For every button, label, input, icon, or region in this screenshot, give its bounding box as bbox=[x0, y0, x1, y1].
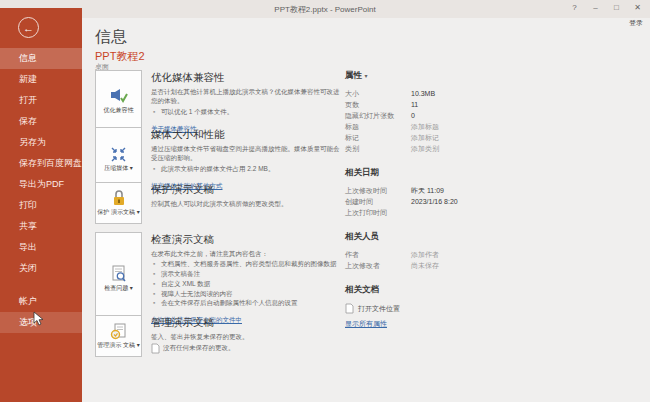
bullet-item: 视障人士无法阅读的内容 bbox=[151, 289, 337, 299]
property-row-hidden-slides: 隐藏幻灯片张数 0 bbox=[345, 110, 635, 121]
section-title: 媒体大小和性能 bbox=[151, 128, 345, 142]
documents-header: 相关文档 bbox=[345, 284, 635, 296]
sidebar-item-export[interactable]: 导出 bbox=[0, 237, 82, 258]
section-title: 保护演示文稿 bbox=[151, 183, 288, 197]
section-protect: 保护 演示文稿 ▾ 保护演示文稿 控制其他人可以对此演示文稿所做的更改类型。 bbox=[95, 182, 345, 224]
bullet-item: 会在文件保存后自动删除属性和个人信息的设置 bbox=[151, 298, 337, 308]
close-button[interactable]: ✕ bbox=[629, 1, 646, 14]
section-inspect: 检查问题 ▾ 检查演示文稿 在发布此文件之前，请注意其内容包含： 文档属性、文档… bbox=[95, 232, 345, 326]
button-label: 压缩媒体 ▾ bbox=[104, 165, 133, 173]
section-manage: 管理演示 文稿 ▾ 管理演示文稿 签入、签出并恢复未保存的更改。 没有任何未保存… bbox=[95, 315, 345, 357]
section-desc: 通过压缩媒体文件节省磁盘空间并提高播放性能。媒体质量可能会受压缩的影响。 bbox=[151, 144, 345, 163]
bullet-item: 文档属性、文档服务器属性、内容类型信息和裁剪的图像数据 bbox=[151, 259, 337, 269]
properties-panel: 属性 ▾ 大小 10.3MB 页数 11 隐藏幻灯片张数 0 标题 添加标题 标… bbox=[345, 70, 635, 331]
button-label: 保护 演示文稿 ▾ bbox=[97, 209, 139, 217]
sidebar-item-save-to-netdisk[interactable]: 保存到百度网盘 bbox=[0, 153, 82, 174]
maximize-button[interactable]: □ bbox=[608, 1, 625, 14]
titlebar: PPT教程2.pptx - PowerPoint bbox=[0, 0, 650, 18]
property-row-tags: 标记 添加标记 bbox=[345, 132, 635, 143]
people-row-last-modified-by: 上次修改者 尚未保存 bbox=[345, 260, 635, 271]
backstage-sidebar: ← 信息 新建 打开 保存 另存为 保存到百度网盘 导出为PDF 打印 共享 导… bbox=[0, 8, 82, 402]
date-row-created: 创建时间 2023/1/16 8:20 bbox=[345, 196, 635, 207]
folder-icon bbox=[345, 303, 354, 314]
media-compatibility-icon bbox=[110, 89, 128, 105]
compress-media-icon bbox=[110, 146, 127, 163]
sidebar-item-open[interactable]: 打开 bbox=[0, 90, 82, 111]
bullet-item: 可以优化 1 个媒体文件。 bbox=[151, 107, 345, 117]
date-row-printed: 上次打印时间 bbox=[345, 207, 635, 218]
section-title: 管理演示文稿 bbox=[151, 316, 249, 330]
back-button[interactable]: ← bbox=[18, 17, 39, 38]
page-title: 信息 bbox=[95, 27, 127, 48]
add-tags-field[interactable]: 添加标记 bbox=[411, 132, 439, 143]
inspect-document-icon bbox=[111, 265, 127, 283]
section-desc: 控制其他人可以对此演示文稿所做的更改类型。 bbox=[151, 199, 288, 208]
mouse-cursor-icon bbox=[33, 311, 44, 326]
people-row-author: 作者 添加作者 bbox=[345, 249, 635, 260]
section-desc: 在发布此文件之前，请注意其内容包含： bbox=[151, 249, 337, 258]
chevron-down-icon: ▾ bbox=[364, 73, 367, 79]
dates-header: 相关日期 bbox=[345, 167, 635, 179]
sidebar-item-share[interactable]: 共享 bbox=[0, 216, 82, 237]
sidebar-item-print[interactable]: 打印 bbox=[0, 195, 82, 216]
property-row-categories: 类别 添加类别 bbox=[345, 143, 635, 154]
section-title: 检查演示文稿 bbox=[151, 233, 337, 247]
section-title: 优化媒体兼容性 bbox=[151, 71, 345, 85]
sidebar-item-new[interactable]: 新建 bbox=[0, 69, 82, 90]
check-for-issues-button[interactable]: 检查问题 ▾ bbox=[95, 232, 142, 326]
open-file-location-link[interactable]: 打开文件位置 bbox=[345, 302, 635, 315]
section-media-compatibility: 优化兼容性 优化媒体兼容性 是否计划在其他计算机上播放此演示文稿？优化媒体兼容性… bbox=[95, 70, 345, 135]
section-desc: 是否计划在其他计算机上播放此演示文稿？优化媒体兼容性可改进您的体验。 bbox=[151, 87, 345, 106]
property-row-pages: 页数 11 bbox=[345, 99, 635, 110]
property-row-title: 标题 添加标题 bbox=[345, 121, 635, 132]
bullet-item: 此演示文稿中的媒体文件占用 2.2 MB。 bbox=[151, 164, 345, 174]
bullet-item: 演示文稿备注 bbox=[151, 269, 337, 279]
window-title: PPT教程2.pptx - PowerPoint bbox=[0, 4, 650, 15]
document-note-icon bbox=[151, 343, 160, 354]
add-author-field[interactable]: 添加作者 bbox=[411, 249, 439, 260]
manage-document-icon bbox=[110, 323, 127, 340]
sidebar-item-close[interactable]: 关闭 bbox=[0, 258, 82, 279]
window-controls: ? – □ ✕ bbox=[566, 1, 646, 14]
show-all-properties-link[interactable]: 显示所有属性 bbox=[345, 317, 387, 331]
property-row-size: 大小 10.3MB bbox=[345, 88, 635, 99]
sidebar-item-info[interactable]: 信息 bbox=[0, 48, 82, 69]
unsaved-changes-note: 没有任何未保存的更改。 bbox=[163, 344, 235, 353]
protect-presentation-button[interactable]: 保护 演示文稿 ▾ bbox=[95, 182, 142, 224]
minimize-button[interactable]: – bbox=[587, 1, 604, 14]
button-label: 优化兼容性 bbox=[104, 107, 134, 115]
sidebar-item-save-as[interactable]: 另存为 bbox=[0, 132, 82, 153]
sign-in-link[interactable]: 登录 bbox=[629, 18, 643, 28]
date-row-modified: 上次修改时间 昨天 11:09 bbox=[345, 185, 635, 196]
sidebar-item-save[interactable]: 保存 bbox=[0, 111, 82, 132]
sidebar-item-account[interactable]: 帐户 bbox=[0, 291, 82, 312]
button-label: 管理演示 文稿 ▾ bbox=[97, 342, 139, 350]
sidebar-item-export-pdf[interactable]: 导出为PDF bbox=[0, 174, 82, 195]
info-page: 信息 PPT教程2 桌面 优化兼容性 优化媒体兼容性 是否计划在其他计算机上播放… bbox=[82, 18, 650, 402]
help-button[interactable]: ? bbox=[566, 1, 583, 14]
manage-presentation-button[interactable]: 管理演示 文稿 ▾ bbox=[95, 315, 142, 357]
people-header: 相关人员 bbox=[345, 231, 635, 243]
add-category-field[interactable]: 添加类别 bbox=[411, 143, 439, 154]
lock-icon bbox=[111, 190, 127, 207]
section-desc: 签入、签出并恢复未保存的更改。 bbox=[151, 332, 249, 341]
properties-header[interactable]: 属性 ▾ bbox=[345, 70, 635, 82]
bullet-item: 自定义 XML 数据 bbox=[151, 279, 337, 289]
button-label: 检查问题 ▾ bbox=[104, 285, 133, 293]
add-title-field[interactable]: 添加标题 bbox=[411, 121, 439, 132]
optimize-compatibility-button[interactable]: 优化兼容性 bbox=[95, 70, 142, 135]
